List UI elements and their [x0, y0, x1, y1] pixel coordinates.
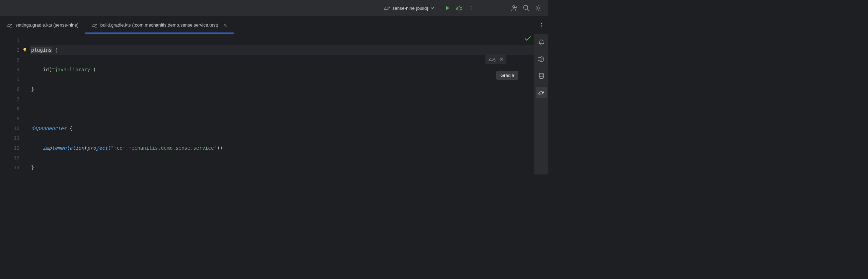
svg-point-13 — [539, 73, 543, 75]
code-area[interactable]: plugins { id("java-library") } dependenc… — [30, 34, 534, 174]
tab-settings-gradle[interactable]: settings.gradle.kts (sense-nine) — [0, 16, 85, 34]
person-plus-icon — [511, 5, 518, 12]
chevron-down-icon — [430, 6, 434, 10]
svg-point-10 — [541, 26, 542, 27]
editor[interactable]: 1 2 3 4 5 6 7 8 9 10 11 12 13 14 plugins… — [0, 34, 534, 174]
bug-icon — [456, 5, 462, 11]
tabs-menu-button[interactable] — [534, 16, 548, 34]
gear-icon — [535, 5, 542, 12]
play-icon — [444, 5, 450, 11]
line-number: 6 — [0, 84, 20, 94]
close-icon — [499, 57, 504, 61]
line-number: 10 — [0, 123, 20, 133]
bell-icon — [538, 39, 545, 45]
ai-assistant-button[interactable] — [536, 53, 547, 65]
gradle-icon — [383, 5, 390, 11]
svg-point-9 — [541, 24, 542, 26]
line-number: 14 — [0, 163, 20, 172]
line-number: 13 — [0, 153, 20, 163]
line-number: 3 — [0, 55, 20, 65]
run-button[interactable] — [441, 2, 453, 14]
code-line: } — [30, 163, 534, 172]
code-line: dependencies { — [30, 123, 534, 133]
database-icon — [538, 73, 545, 79]
line-number: 12 — [0, 143, 20, 153]
more-vertical-icon — [539, 22, 544, 28]
code-line: } — [30, 84, 534, 94]
svg-point-4 — [471, 9, 472, 10]
line-number: 7 — [0, 94, 20, 104]
search-button[interactable] — [520, 2, 532, 14]
gutter: 1 2 3 4 5 6 7 8 9 10 11 12 13 14 — [0, 34, 30, 174]
line-number: 4 — [0, 65, 20, 74]
gradle-tool-button[interactable] — [536, 87, 547, 98]
close-icon — [223, 23, 227, 27]
main-toolbar: sense-nine [build] — [0, 0, 548, 16]
tab-label: settings.gradle.kts (sense-nine) — [15, 22, 79, 28]
line-number: 1 — [0, 35, 20, 45]
gradle-file-icon — [6, 23, 13, 28]
svg-point-8 — [541, 23, 542, 24]
line-number: 5 — [0, 74, 20, 84]
line-number: 9 — [0, 114, 20, 123]
code-with-me-button[interactable] — [508, 2, 520, 14]
gradle-tooltip: Gradle — [496, 71, 518, 80]
svg-point-3 — [471, 8, 472, 9]
svg-point-0 — [388, 7, 389, 8]
main-area: 1 2 3 4 5 6 7 8 9 10 11 12 13 14 plugins… — [0, 34, 548, 174]
run-config-label: sense-nine [build] — [392, 6, 428, 11]
tab-label: build.gradle.kts (:com.mechanitis.demo.s… — [100, 22, 218, 28]
line-number: 11 — [0, 133, 20, 143]
code-line: id("java-library") — [30, 65, 534, 74]
settings-button[interactable] — [532, 2, 544, 14]
intention-bulb[interactable] — [22, 47, 27, 52]
debug-button[interactable] — [453, 2, 465, 14]
code-line: plugins { — [30, 45, 534, 55]
search-icon — [523, 5, 530, 12]
run-config-selector[interactable]: sense-nine [build] — [383, 5, 434, 11]
svg-point-14 — [542, 92, 543, 93]
editor-tabs: settings.gradle.kts (sense-nine) build.g… — [0, 16, 548, 34]
svg-rect-12 — [24, 51, 26, 51]
svg-point-1 — [457, 7, 461, 10]
notifications-button[interactable] — [536, 37, 547, 48]
gradle-sync-button[interactable] — [488, 56, 496, 62]
close-tab-button[interactable] — [223, 23, 227, 27]
svg-point-11 — [23, 48, 26, 51]
check-icon — [525, 36, 531, 41]
svg-point-2 — [471, 6, 472, 7]
svg-point-5 — [513, 6, 515, 8]
code-line: implementation(project(":com.mechanitis.… — [30, 143, 534, 153]
svg-point-6 — [524, 5, 528, 9]
close-widget-button[interactable] — [499, 57, 504, 61]
bulb-icon — [22, 47, 27, 52]
database-button[interactable] — [536, 70, 547, 81]
line-number: 2 — [0, 45, 20, 55]
gradle-icon — [538, 90, 545, 95]
svg-point-7 — [537, 7, 539, 9]
spiral-icon — [538, 56, 545, 62]
line-number: 8 — [0, 104, 20, 114]
tab-build-gradle[interactable]: build.gradle.kts (:com.mechanitis.demo.s… — [85, 16, 234, 34]
right-tool-strip — [534, 34, 548, 174]
code-line — [30, 104, 534, 114]
analysis-status[interactable] — [525, 36, 531, 41]
gradle-sync-widget — [485, 54, 506, 64]
gradle-file-icon — [91, 23, 98, 28]
more-vertical-icon — [468, 5, 474, 11]
more-actions-button[interactable] — [465, 2, 477, 14]
gradle-sync-icon — [488, 56, 496, 62]
